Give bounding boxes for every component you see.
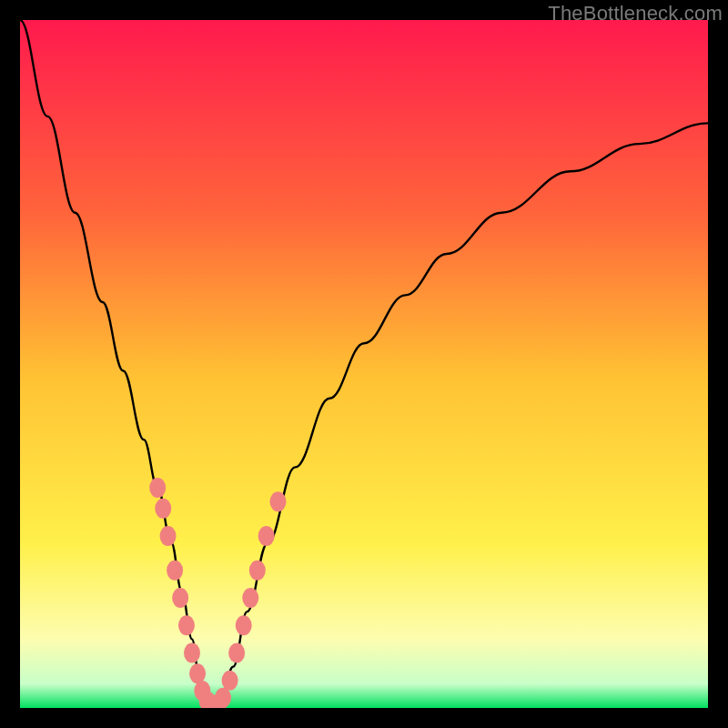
marker-point bbox=[222, 671, 238, 691]
marker-point bbox=[172, 588, 188, 608]
marker-point bbox=[184, 643, 200, 663]
bottleneck-chart bbox=[20, 20, 708, 708]
watermark-text: TheBottleneck.com bbox=[548, 2, 723, 25]
marker-point bbox=[189, 663, 206, 683]
marker-point bbox=[258, 526, 275, 546]
marker-point bbox=[236, 615, 252, 635]
marker-point bbox=[270, 491, 287, 511]
marker-point bbox=[228, 643, 245, 663]
marker-point bbox=[249, 561, 266, 581]
marker-point bbox=[178, 615, 195, 635]
chart-background bbox=[20, 20, 708, 708]
marker-point bbox=[160, 526, 177, 546]
marker-point bbox=[215, 688, 231, 708]
marker-point bbox=[155, 499, 171, 519]
marker-point bbox=[167, 561, 183, 581]
chart-frame bbox=[20, 20, 708, 708]
marker-point bbox=[242, 588, 258, 608]
marker-point bbox=[149, 478, 166, 498]
